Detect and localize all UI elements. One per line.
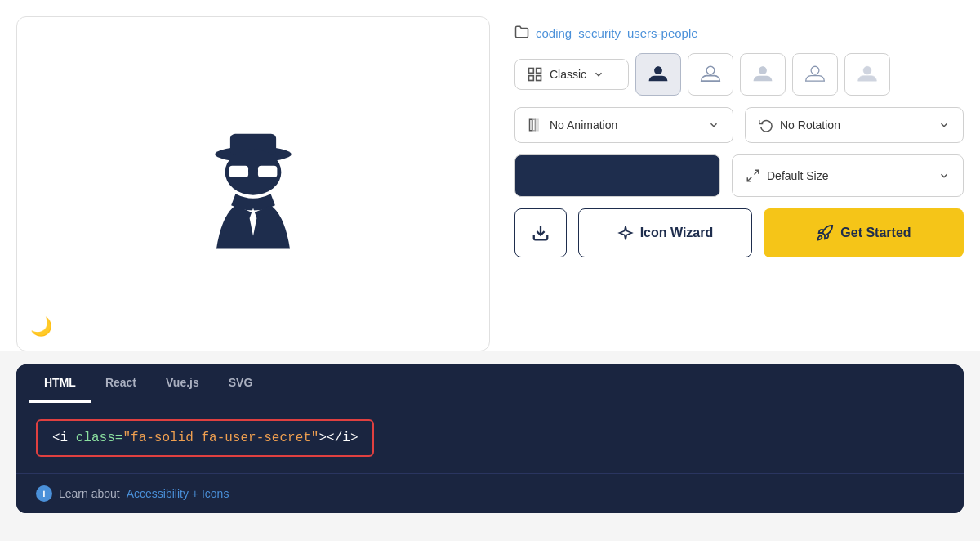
svg-line-15 <box>755 170 759 174</box>
style-label: Classic <box>550 68 586 81</box>
svg-rect-13 <box>532 119 535 131</box>
style-dropdown[interactable]: Classic <box>514 59 629 90</box>
size-icon <box>746 168 760 183</box>
code-tag-open: <i <box>52 431 76 445</box>
get-started-label: Get Started <box>840 226 911 240</box>
svg-rect-8 <box>537 69 541 74</box>
code-tag-close: ></i> <box>318 431 358 445</box>
svg-marker-18 <box>619 226 631 240</box>
breadcrumb: coding security users-people <box>514 25 964 42</box>
download-icon <box>532 224 550 242</box>
animation-rotation-row: No Animation No Rotation <box>514 107 964 143</box>
variant-btn-5[interactable] <box>844 53 890 96</box>
variant-btn-4[interactable] <box>792 53 838 96</box>
action-row: Icon Wizard Get Started <box>514 208 964 257</box>
tab-react[interactable]: React <box>91 364 151 403</box>
rotation-icon <box>759 118 773 132</box>
folder-icon <box>514 25 529 42</box>
size-label: Default Size <box>767 169 828 182</box>
animation-chevron-icon <box>708 119 719 131</box>
icon-preview <box>188 118 318 249</box>
breadcrumb-users-people[interactable]: users-people <box>627 26 698 40</box>
tab-html[interactable]: HTML <box>29 364 91 403</box>
preview-panel: 🌙 <box>16 16 490 351</box>
code-content: <i class="fa-solid fa-user-secret"></i> <box>16 403 964 473</box>
footer-learn-text: Learn about <box>59 487 120 500</box>
footer-accessibility-link[interactable]: Accessibility + Icons <box>127 487 229 500</box>
rocket-icon <box>816 224 834 242</box>
info-icon: i <box>36 485 52 502</box>
code-class-attr: class= <box>76 431 123 445</box>
chevron-down-icon <box>593 69 604 80</box>
svg-rect-3 <box>229 166 248 177</box>
download-button[interactable] <box>514 208 567 257</box>
color-size-row: Default Size <box>514 154 964 197</box>
svg-rect-14 <box>536 119 538 131</box>
breadcrumb-security[interactable]: security <box>578 26 621 40</box>
color-picker[interactable] <box>514 154 720 197</box>
svg-line-16 <box>747 177 751 181</box>
rotation-dropdown[interactable]: No Rotation <box>745 107 964 143</box>
get-started-button[interactable]: Get Started <box>764 208 964 257</box>
size-dropdown[interactable]: Default Size <box>732 154 964 197</box>
dark-mode-toggle[interactable]: 🌙 <box>30 316 52 338</box>
animation-icon <box>528 118 543 132</box>
animation-label: No Animation <box>550 118 617 132</box>
variant-btn-2[interactable] <box>688 53 733 96</box>
animation-dropdown[interactable]: No Animation <box>514 107 733 143</box>
breadcrumb-coding[interactable]: coding <box>536 26 572 40</box>
spy-icon <box>188 118 318 249</box>
wizard-label: Icon Wizard <box>640 226 714 240</box>
sparkle-icon <box>617 225 634 241</box>
svg-rect-12 <box>530 119 532 131</box>
variant-btn-3[interactable] <box>740 53 786 96</box>
grid-icon <box>527 66 543 83</box>
svg-rect-9 <box>529 76 534 81</box>
tab-vuejs[interactable]: Vue.js <box>151 364 214 403</box>
code-panel: HTML React Vue.js SVG <i class="fa-solid… <box>16 364 964 513</box>
svg-point-11 <box>811 66 819 74</box>
size-chevron-icon <box>938 170 950 181</box>
icon-wizard-button[interactable]: Icon Wizard <box>578 208 752 257</box>
main-content: 🌙 coding security users-people Classic <box>0 0 980 351</box>
svg-rect-10 <box>537 76 541 81</box>
rotation-chevron-icon <box>938 119 950 131</box>
code-tabs: HTML React Vue.js SVG <box>16 364 964 403</box>
svg-rect-7 <box>529 69 534 74</box>
style-variants-row: Classic <box>514 53 964 96</box>
tab-svg[interactable]: SVG <box>214 364 268 403</box>
variant-btn-1[interactable] <box>635 53 681 96</box>
rotation-label: No Rotation <box>780 118 840 132</box>
code-class-value: "fa-solid fa-user-secret" <box>122 431 318 445</box>
code-footer: i Learn about Accessibility + Icons <box>16 473 964 513</box>
svg-rect-4 <box>258 166 277 177</box>
code-block[interactable]: <i class="fa-solid fa-user-secret"></i> <box>36 419 374 457</box>
controls-panel: coding security users-people Classic <box>514 16 964 351</box>
